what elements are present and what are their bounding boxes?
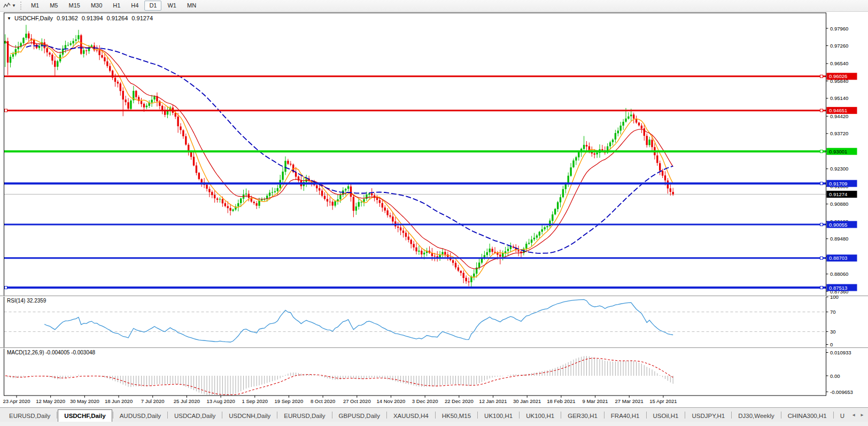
horizontal-lines[interactable] xyxy=(4,75,826,289)
tab-usdcad-daily[interactable]: USDCAD,Daily xyxy=(168,410,221,422)
date-tick-label: 15 Apr 2021 xyxy=(649,398,677,404)
rsi-axis-label: 0 xyxy=(830,342,833,347)
ohlc-open: 0.91362 xyxy=(57,15,78,21)
price-axis[interactable]: 0.979600.972600.965400.958400.951400.944… xyxy=(826,26,857,295)
tab-separator xyxy=(731,412,732,419)
timeframe-button-D1[interactable]: D1 xyxy=(144,1,161,11)
macd-axis-label: 0.010933 xyxy=(830,350,851,355)
tab-usdcnh-daily[interactable]: USDCNH,Daily xyxy=(223,410,276,422)
tab-china300-h1[interactable]: CHINA300,H1 xyxy=(782,410,833,422)
tab-uk100-h1[interactable]: UK100,H1 xyxy=(478,410,518,422)
price-axis-label: 0.96540 xyxy=(830,60,848,66)
tab-eurusd-daily[interactable]: EURUSD,Daily xyxy=(3,410,56,422)
tab-usdchf-daily[interactable]: USDCHF,Daily xyxy=(58,409,112,422)
date-tick-label: 30 Jan 2021 xyxy=(513,398,541,404)
ohlc-close: 0.91274 xyxy=(131,15,153,21)
chevron-down-icon[interactable]: ▼ xyxy=(7,16,11,21)
timeframe-button-M15[interactable]: M15 xyxy=(64,1,84,11)
date-tick-label: 13 Aug 2020 xyxy=(206,398,235,404)
macd-axis-label: 0.00 xyxy=(830,373,840,379)
timeframe-button-H4[interactable]: H4 xyxy=(126,1,143,11)
price-badge-0.87513: 0.87513 xyxy=(827,284,857,291)
timeframe-button-M30[interactable]: M30 xyxy=(86,1,107,11)
timeframe-button-W1[interactable]: W1 xyxy=(162,1,181,11)
hline-handle[interactable] xyxy=(820,257,823,259)
hline-handle[interactable] xyxy=(820,109,823,112)
date-tick-label: 14 Nov 2020 xyxy=(377,398,406,404)
tab-audusd-daily[interactable]: AUDUSD,Daily xyxy=(114,410,167,422)
date-tick-label: 8 Oct 2020 xyxy=(311,398,335,404)
tab-scroll-left-icon[interactable]: ◄ xyxy=(849,411,858,419)
tab-separator xyxy=(519,412,520,419)
ohlc-high: 0.91394 xyxy=(82,15,103,21)
date-tick-label: 1 Sep 2020 xyxy=(242,398,268,404)
svg-text:0.88703: 0.88703 xyxy=(829,255,847,261)
chart-title: ▼ USDCHF,Daily 0.91362 0.91394 0.91264 0… xyxy=(7,15,157,21)
tab-eurusd-daily[interactable]: EURUSD,Daily xyxy=(278,410,331,422)
tab-separator xyxy=(685,412,685,419)
price-badge-0.88703: 0.88703 xyxy=(827,254,857,261)
price-axis-label: 0.92300 xyxy=(830,166,848,172)
tab-separator xyxy=(646,412,647,419)
timeframe-button-MN[interactable]: MN xyxy=(182,1,201,11)
tab-usoil-h1[interactable]: USOil,H1 xyxy=(647,410,685,422)
hline-handle[interactable] xyxy=(820,150,823,153)
chart-canvas[interactable]: 0.979600.972600.965400.958400.951400.944… xyxy=(0,12,868,407)
svg-text:0.91274: 0.91274 xyxy=(829,191,847,197)
hline-handle[interactable] xyxy=(5,286,7,289)
tab-hk50-m15[interactable]: HK50,M15 xyxy=(436,410,477,422)
rsi-axis-label: 100 xyxy=(830,294,839,300)
chart-tool-dropdown-caret[interactable]: ▼ xyxy=(12,3,16,8)
hline-handle[interactable] xyxy=(820,223,823,226)
tab-separator xyxy=(833,412,834,419)
date-tick-label: 3 Dec 2020 xyxy=(412,398,438,404)
price-axis-label: 0.94420 xyxy=(830,113,848,119)
ma-mid-line xyxy=(5,41,673,269)
tab-separator xyxy=(781,412,781,419)
toolbar-grip[interactable] xyxy=(20,2,21,10)
time-axis[interactable]: 23 Apr 202012 May 202030 May 202018 Jun … xyxy=(3,396,677,404)
hline-handle[interactable] xyxy=(820,286,823,289)
current-price-badge: 0.91274 xyxy=(827,191,857,198)
tab-separator xyxy=(435,412,436,419)
price-axis-label: 0.93720 xyxy=(830,130,848,136)
hline-handle[interactable] xyxy=(820,182,823,185)
date-tick-label: 9 Mar 2021 xyxy=(583,398,608,404)
tab-dj30-weekly[interactable]: DJ30,Weekly xyxy=(732,410,780,422)
date-tick-label: 12 May 2020 xyxy=(36,398,65,404)
tab-separator xyxy=(167,412,168,419)
date-tick-label: 30 May 2020 xyxy=(70,398,99,404)
price-axis-label: 0.88060 xyxy=(830,271,848,277)
ohlc-low: 0.91264 xyxy=(107,15,128,21)
hline-handle[interactable] xyxy=(820,75,823,78)
price-axis-label: 0.90880 xyxy=(830,201,848,207)
svg-text:0.90055: 0.90055 xyxy=(829,222,847,228)
top-toolbar: ▼ M1M5M15M30H1H4D1W1MN xyxy=(0,0,868,12)
date-tick-label: 27 Oct 2020 xyxy=(343,398,371,404)
chart-frame xyxy=(4,13,826,396)
date-tick-label: 22 Dec 2020 xyxy=(445,398,474,404)
timeframe-button-M5[interactable]: M5 xyxy=(45,1,63,11)
timeframe-button-H1[interactable]: H1 xyxy=(108,1,125,11)
timeframe-button-M1[interactable]: M1 xyxy=(26,1,44,11)
svg-text:0.91709: 0.91709 xyxy=(829,181,847,187)
tab-gbpusd-daily[interactable]: GBPUSD,Daily xyxy=(333,410,386,422)
chart-cursor-icon[interactable] xyxy=(2,2,12,10)
svg-text:0.96026: 0.96026 xyxy=(829,73,847,79)
tab-fra40-h1[interactable]: FRA40,H1 xyxy=(605,410,646,422)
tab-xauusd-h4[interactable]: XAUUSD,H4 xyxy=(387,410,435,422)
hline-handle[interactable] xyxy=(5,109,7,112)
macd-axis-label: -0.009653 xyxy=(830,389,853,395)
tab-usdjpy-h1[interactable]: USDJPY,H1 xyxy=(686,410,731,422)
date-tick-label: 12 Jan 2021 xyxy=(479,398,507,404)
price-axis-label: 0.97260 xyxy=(830,43,848,49)
tab-separator xyxy=(332,412,332,419)
date-tick-label: 25 Jul 2020 xyxy=(174,398,200,404)
svg-text:0.87513: 0.87513 xyxy=(829,285,847,291)
tab-ger30-h1[interactable]: GER30,H1 xyxy=(562,410,603,422)
rsi-indicator-label: RSI(14) 32.2359 xyxy=(7,298,46,304)
symbol-tabbar: EURUSD,DailyUSDCHF,DailyAUDUSD,DailyUSDC… xyxy=(0,407,868,422)
tab-scroll-right-icon[interactable]: ► xyxy=(858,411,866,419)
tab-uk100-h1[interactable]: UK100,H1 xyxy=(520,410,560,422)
chart-area[interactable]: ▼ USDCHF,Daily 0.91362 0.91394 0.91264 0… xyxy=(0,12,868,407)
